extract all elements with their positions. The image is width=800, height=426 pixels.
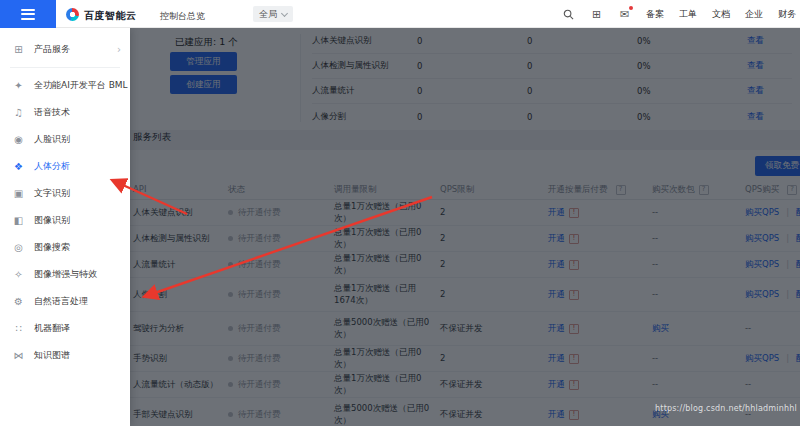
brand-name: 百度智能云 <box>84 9 137 23</box>
image-enhance-icon: ✧ <box>13 269 24 280</box>
menu-item-gongdan[interactable]: 工单 <box>679 8 697 21</box>
top-navigation-bar: 百度智能云 控制台总览 全局 ⊞ ✉ 备案 工单 文档 企业 财务 <box>0 0 800 28</box>
image-recognition-icon: ◧ <box>13 215 24 226</box>
speech-tech-icon: ♫ <box>13 107 24 118</box>
hamburger-menu-icon[interactable] <box>0 0 56 28</box>
menu-item-beian[interactable]: 备案 <box>646 8 664 21</box>
submenu-caret-icon: › <box>117 43 121 54</box>
sidebar-item-translation[interactable]: ∷ 机器翻译 <box>0 315 130 342</box>
sidebar-divider <box>10 67 120 68</box>
sidebar-item-bml[interactable]: ✦ 全功能AI开发平台 BML <box>0 72 130 99</box>
sidebar-item-ocr[interactable]: ▣ 文字识别 <box>0 180 130 207</box>
baidu-cloud-logo-icon <box>66 8 79 21</box>
machine-translation-icon: ∷ <box>13 323 24 334</box>
search-icon[interactable] <box>562 8 575 21</box>
sidebar-item-nlp[interactable]: ⚙ 自然语言处理 <box>0 288 130 315</box>
sidebar-item-image-search[interactable]: ◎ 图像搜索 <box>0 234 130 261</box>
nlp-icon: ⚙ <box>13 296 24 307</box>
region-selector-value: 全局 <box>259 8 277 21</box>
menu-item-wendang[interactable]: 文档 <box>712 8 730 21</box>
baidu-ai-console-page: { "colors":{"accent":"#2468f2","warning"… <box>0 0 800 426</box>
watermark-url: https://blog.csdn.net/hhladminhhl <box>655 404 797 413</box>
knowledge-graph-icon: ⋈ <box>13 350 24 361</box>
sidebar-item-image-recognition[interactable]: ◧ 图像识别 <box>0 207 130 234</box>
breadcrumb[interactable]: 控制台总览 <box>160 10 205 23</box>
products-grid-icon: ⊞ <box>13 44 24 55</box>
ocr-icon: ▣ <box>13 188 24 199</box>
content-dim-overlay[interactable] <box>130 28 800 426</box>
sidebar-item-knowledge-graph[interactable]: ⋈ 知识图谱 <box>0 342 130 369</box>
menu-item-qiye[interactable]: 企业 <box>745 8 763 21</box>
bml-platform-icon: ✦ <box>13 80 24 91</box>
sidebar-navigation: ⊞ 产品服务 › ✦ 全功能AI开发平台 BML ♫ 语音技术 ◉ 人脸识别 ❖… <box>0 28 130 426</box>
sidebar-item-speech[interactable]: ♫ 语音技术 <box>0 99 130 126</box>
chevron-down-icon <box>281 9 288 16</box>
notification-badge <box>629 6 633 10</box>
image-search-icon: ◎ <box>13 242 24 253</box>
body-analysis-icon: ❖ <box>13 161 24 172</box>
menu-item-caiwu[interactable]: 财务 <box>778 8 796 21</box>
region-selector[interactable]: 全局 <box>253 6 293 22</box>
apps-grid-icon[interactable]: ⊞ <box>590 8 603 21</box>
sidebar-item-image-enhance[interactable]: ✧ 图像增强与特效 <box>0 261 130 288</box>
sidebar-item-face[interactable]: ◉ 人脸识别 <box>0 126 130 153</box>
sidebar-item-products[interactable]: ⊞ 产品服务 › <box>0 36 130 63</box>
message-icon[interactable]: ✉ <box>618 8 631 21</box>
sidebar-item-body-analysis[interactable]: ❖ 人体分析 <box>0 153 130 180</box>
face-recognition-icon: ◉ <box>13 134 24 145</box>
